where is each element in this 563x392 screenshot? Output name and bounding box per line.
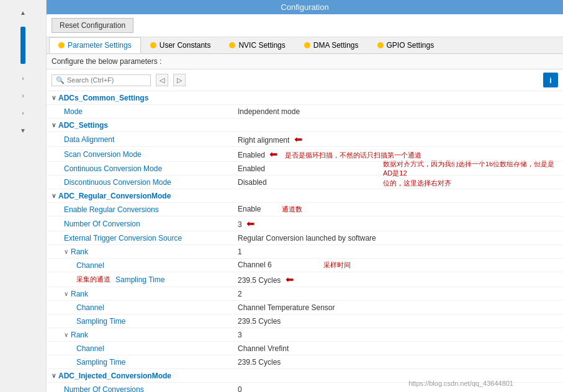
tab-label-4: DMA Settings	[313, 41, 359, 50]
tab-dot-4	[304, 42, 310, 48]
param-name-rank2: ∨ Rank	[52, 290, 238, 298]
search-icon: 🔍	[56, 76, 65, 84]
table-row[interactable]: Sampling Time 239.5 Cycles	[47, 314, 563, 328]
param-value-sampling2: 239.5 Cycles	[238, 317, 558, 326]
annotation-channel-label: 采集的通道	[76, 275, 110, 284]
configure-text: Configure the below parameters :	[52, 57, 161, 66]
param-name-ext-trigger: External Trigger Conversion Source	[52, 234, 238, 243]
arrow-icon-num: ⬅	[246, 218, 254, 229]
search-input-wrap[interactable]: 🔍	[52, 74, 151, 86]
table-row[interactable]: ∨ ADC_Regular_ConversionMode	[47, 189, 563, 203]
title-bar: Configuration	[47, 0, 563, 14]
table-row[interactable]: Mode Independent mode	[47, 105, 563, 118]
table-row[interactable]: External Trigger Conversion Source Regul…	[47, 231, 563, 245]
chevron-icon[interactable]: ∨	[64, 248, 68, 255]
param-value-data-alignment: Right alignment ⬅	[238, 133, 558, 145]
tab-label-5: GPIO Settings	[387, 41, 435, 50]
param-value-channel1: Channel 6 采样时间	[238, 261, 558, 270]
tab-gpio-settings[interactable]: GPIO Settings	[368, 37, 444, 53]
param-name-mode: Mode	[52, 107, 238, 116]
param-value-rank3: 3	[238, 331, 558, 339]
search-bar: 🔍 ◁ ▷ i	[47, 69, 563, 91]
prev-nav-button[interactable]: ◁	[156, 74, 168, 86]
search-input[interactable]	[67, 76, 142, 84]
configure-label: Configure the below parameters :	[47, 54, 563, 69]
tab-dot-5	[377, 42, 384, 48]
tab-label-1: Parameter Settings	[68, 41, 132, 50]
watermark: https://blog.csdn.net/qq_43644801	[408, 380, 513, 387]
tab-nvic-settings[interactable]: NVIC Settings	[220, 37, 294, 53]
param-value-channel2: Channel Temperature Sensor	[238, 303, 558, 312]
chevron-icon[interactable]: ∨	[64, 331, 68, 338]
param-name-channel3: Channel	[52, 344, 238, 353]
param-name-continuous-mode: Continuous Conversion Mode	[52, 164, 238, 173]
param-name-rank3: ∨ Rank	[52, 331, 238, 339]
param-value-scan-mode: Enabled ⬅ 是否是循环扫描，不然的话只扫描第一个通道	[238, 148, 558, 160]
table-row[interactable]: Number Of Conversion 3 ⬅	[47, 216, 563, 231]
param-name-adc-regular: ∨ ADC_Regular_ConversionMode	[52, 192, 238, 200]
sidebar-expand-3[interactable]: ›	[14, 107, 32, 119]
param-name-enable-regular: Enable Regular Conversions	[52, 205, 238, 214]
table-row[interactable]: ∨ Rank 3	[47, 328, 563, 342]
info-button[interactable]: i	[543, 73, 558, 87]
next-nav-button[interactable]: ▷	[173, 74, 186, 86]
tab-dot-2	[150, 42, 156, 48]
arrow-icon-alignment: ⬅	[294, 134, 302, 145]
info-icon: i	[549, 76, 552, 85]
tab-parameter-settings[interactable]: Parameter Settings	[49, 37, 141, 53]
table-row[interactable]: Channel Channel Temperature Sensor	[47, 301, 563, 314]
param-name-data-alignment: Data Alignment	[52, 135, 238, 144]
tab-label-3: NVIC Settings	[238, 41, 285, 50]
param-name-rank1: ∨ Rank	[52, 247, 238, 256]
table-row[interactable]: Channel Channel 6 采样时间	[47, 259, 563, 272]
param-name-sampling2: Sampling Time	[52, 317, 238, 326]
param-name-sampling3: Sampling Time	[52, 358, 238, 367]
param-name-adc-injected: ∨ ADC_Injected_ConversionMode	[52, 372, 238, 380]
chevron-icon[interactable]: ∨	[52, 94, 56, 101]
param-value-rank2: 2	[238, 290, 558, 298]
annotation-scan: 是否是循环扫描，不然的话只扫描第一个通道	[285, 151, 421, 159]
tab-user-constants[interactable]: User Constants	[141, 37, 220, 53]
table-row[interactable]: ∨ ADC_Settings 数据对齐方式，因为我们选择一个16位数组存储，但是…	[47, 118, 563, 132]
param-value-rank1: 1	[238, 247, 558, 256]
tab-dot-1	[58, 42, 65, 48]
param-name-num-conversions: Number Of Conversions	[52, 385, 238, 393]
table-row[interactable]: Enable Regular Conversions Enable 通道数	[47, 203, 563, 216]
chevron-icon[interactable]: ∨	[64, 290, 68, 297]
chevron-icon[interactable]: ∨	[52, 372, 56, 379]
tab-label-2: User Constants	[160, 41, 211, 50]
sidebar-up-arrow[interactable]: ▲	[14, 6, 32, 19]
param-name-scan-mode: Scan Conversion Mode	[52, 150, 238, 159]
main-content: Configuration Reset Configuration Parame…	[47, 0, 563, 392]
table-row[interactable]: ∨ Rank 1	[47, 245, 563, 259]
chevron-icon[interactable]: ∨	[52, 122, 56, 128]
annotation-enable: 通道数	[282, 205, 302, 213]
left-sidebar: ▲ › › › ▼	[0, 0, 47, 392]
param-value-sampling3: 239.5 Cycles	[238, 358, 558, 367]
table-row[interactable]: Scan Conversion Mode Enabled ⬅ 是否是循环扫描，不…	[47, 147, 563, 162]
tab-dma-settings[interactable]: DMA Settings	[295, 37, 368, 53]
param-value-sampling1: 239.5 Cycles ⬅	[238, 274, 558, 285]
table-row[interactable]: Channel Channel Vrefint	[47, 342, 563, 355]
table-row[interactable]: Sampling Time 239.5 Cycles	[47, 355, 563, 369]
table-row[interactable]: ∨ ADCs_Common_Settings	[47, 91, 563, 105]
param-list: ∨ ADCs_Common_Settings Mode Independent …	[47, 91, 563, 392]
sidebar-expand-2[interactable]: ›	[14, 89, 32, 102]
param-name-adcs-common: ∨ ADCs_Common_Settings	[52, 94, 238, 102]
tabs-bar: Parameter Settings User Constants NVIC S…	[47, 37, 563, 54]
sidebar-down-arrow[interactable]: ▼	[14, 124, 32, 136]
annotation-sampling-time-label: 采样时间	[323, 261, 351, 269]
param-name-discontinuous-mode: Discontinuous Conversion Mode	[52, 178, 238, 187]
param-value-num-conversion: 3 ⬅	[238, 218, 558, 229]
param-value-enable-regular: Enable 通道数	[238, 205, 558, 214]
param-value-mode: Independent mode	[238, 107, 558, 116]
title-text: Configuration	[281, 2, 328, 12]
sidebar-expand-1[interactable]: ›	[14, 72, 32, 84]
table-row[interactable]: Data Alignment Right alignment ⬅	[47, 132, 563, 147]
tab-dot-3	[229, 42, 235, 48]
table-row[interactable]: ∨ Rank 2	[47, 287, 563, 301]
table-row[interactable]: 采集的通道 Sampling Time 239.5 Cycles ⬅	[47, 272, 563, 287]
chevron-icon[interactable]: ∨	[52, 192, 56, 199]
arrow-icon-sampling: ⬅	[286, 274, 294, 285]
reset-button[interactable]: Reset Configuration	[52, 18, 133, 33]
